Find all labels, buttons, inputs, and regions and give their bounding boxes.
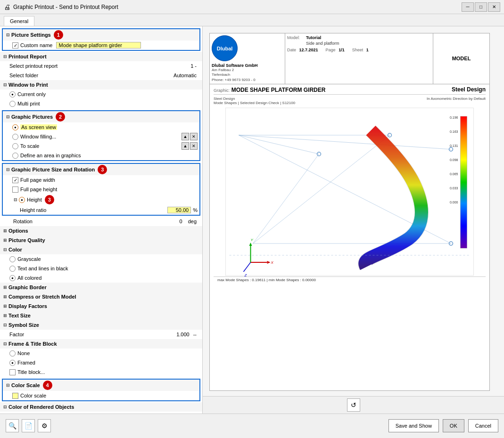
none-radio[interactable]	[9, 350, 16, 357]
section-window-print[interactable]: ⊟ Window to Print	[0, 80, 202, 89]
badge-2: 2	[56, 112, 65, 122]
tab-general[interactable]: General	[4, 16, 34, 26]
section-options[interactable]: ⊞ Options	[0, 226, 202, 235]
doc-graphic-section: Graphic: MODE SHAPE PLATFORM GIRDER Stee…	[210, 84, 489, 285]
title-block-checkbox[interactable]	[9, 369, 16, 375]
expand-icon-12[interactable]: ⊞	[2, 312, 8, 319]
page-label: Page	[326, 48, 336, 52]
select-folder-label: Select folder	[9, 73, 38, 78]
settings-button[interactable]: ⚙	[38, 419, 51, 432]
window-filling-btn2[interactable]: ✕	[190, 133, 198, 140]
document-preview: Dlubal Dlubal Software GmbH Am Fallbau 2…	[209, 33, 490, 391]
grayscale-radio[interactable]	[9, 256, 16, 262]
expand-icon-2[interactable]: ⊟	[2, 53, 8, 60]
full-page-width-label: Full page width	[20, 177, 55, 183]
section-size-rotation[interactable]: ⊟ Graphic Picture Size and Rotation 3	[3, 164, 199, 175]
height-expand[interactable]: ⊟	[12, 196, 19, 203]
section-compress[interactable]: ⊞ Compress or Stretch Model	[0, 292, 202, 301]
expand-icon-15[interactable]: ⊟	[5, 382, 11, 389]
expand-icon-11[interactable]: ⊞	[2, 303, 8, 309]
expand-icon-13[interactable]: ⊟	[2, 322, 8, 328]
expand-icon-6[interactable]: ⊞	[2, 227, 8, 234]
expand-icon-9[interactable]: ⊞	[2, 284, 8, 291]
height-radio[interactable]	[19, 197, 25, 203]
close-button[interactable]: ✕	[488, 2, 500, 12]
color-label: Color	[8, 247, 22, 252]
maximize-button[interactable]: □	[475, 2, 487, 12]
right-panel: Dlubal Dlubal Software GmbH Am Fallbau 2…	[203, 26, 504, 414]
section-symbol-size[interactable]: ⊟ Symbol Size	[0, 320, 202, 330]
expand-icon[interactable]: ⊟	[5, 32, 11, 38]
save-and-show-button[interactable]: Save and Show	[388, 419, 439, 432]
section-color[interactable]: ⊟ Color	[0, 245, 202, 254]
all-colored-label: All colored	[17, 275, 41, 281]
svg-text:0.000: 0.000	[450, 201, 458, 204]
svg-text:Y: Y	[251, 238, 254, 242]
expand-icon-16[interactable]: ⊟	[2, 404, 8, 410]
height-ratio-value[interactable]: 50.00	[167, 207, 191, 213]
current-only-radio[interactable]	[9, 91, 16, 97]
section-graphic-pictures[interactable]: ⊟ Graphic Pictures 2	[3, 111, 199, 122]
multi-print-row: Multi print	[8, 99, 202, 108]
define-area-radio[interactable]	[12, 153, 18, 159]
full-page-width-checkbox[interactable]	[12, 177, 18, 183]
doc-footer: max Mode Shapes : 0.19611 | min Mode Sha…	[214, 276, 486, 283]
full-page-height-checkbox[interactable]	[12, 187, 18, 193]
section-color-rendered[interactable]: ⊟ Color of Rendered Objects	[0, 402, 202, 412]
minimize-button[interactable]: ─	[462, 2, 474, 12]
custom-name-value[interactable]: Mode shape platform girder	[56, 42, 141, 49]
refresh-button[interactable]: ↺	[347, 398, 360, 412]
footer-text: max Mode Shapes : 0.19611 | min Mode Sha…	[217, 278, 316, 282]
select-report-row: Select printout report 1 -	[8, 61, 202, 71]
search-button[interactable]: 🔍	[6, 419, 19, 432]
section-color-scale[interactable]: ⊟ Color Scale 4	[3, 380, 199, 391]
ok-button[interactable]: OK	[443, 419, 464, 432]
page-area: Page 1/1	[326, 48, 345, 52]
section-picture-quality[interactable]: ⊞ Picture Quality	[0, 235, 202, 245]
graphic-title: MODE SHAPE PLATFORM GIRDER	[231, 87, 326, 93]
to-scale-btn2[interactable]: ✕	[190, 142, 198, 150]
custom-name-checkbox[interactable]	[12, 42, 18, 49]
color-panel-expand[interactable]: ⊟	[9, 413, 16, 414]
model-row: Model: Tutorial	[287, 35, 431, 40]
to-scale-radio[interactable]	[12, 143, 18, 149]
text-lines-radio[interactable]	[9, 266, 16, 272]
svg-text:0.065: 0.065	[450, 172, 458, 176]
expand-icon-7[interactable]: ⊞	[2, 237, 8, 243]
color-panel-checkbox[interactable]	[16, 414, 22, 414]
printout-report-label: Printout Report	[8, 54, 47, 59]
picture-settings-label: Picture Settings	[11, 32, 51, 38]
section-display-factors[interactable]: ⊞ Display Factors	[0, 301, 202, 311]
expand-icon-5[interactable]: ⊟	[5, 166, 11, 173]
expand-icon-10[interactable]: ⊞	[2, 293, 8, 300]
as-screen-view-label: As screen view	[20, 124, 57, 130]
to-scale-btn1[interactable]: ▲	[182, 142, 189, 150]
graphic-border-label: Graphic Border	[8, 284, 47, 290]
color-scale-icon	[12, 393, 18, 399]
expand-icon-14[interactable]: ⊟	[2, 341, 8, 347]
window-filling-btn1[interactable]: ▲	[182, 133, 189, 140]
sheet-area: Sheet 1	[352, 48, 369, 52]
color-scale-label: Color Scale	[11, 382, 40, 388]
svg-text:0.163: 0.163	[450, 130, 458, 133]
title-block-row: Title block...	[8, 367, 202, 377]
settings-scroll[interactable]: ⊟ Picture Settings 1 Custom name Mode sh…	[0, 26, 202, 414]
cancel-button[interactable]: Cancel	[468, 419, 498, 432]
section-printout-report[interactable]: ⊟ Printout Report	[0, 52, 202, 61]
sheet-value: 1	[366, 48, 369, 52]
subtitle-value: Side and platform	[306, 41, 339, 46]
expand-icon-8[interactable]: ⊟	[2, 246, 8, 253]
window-filling-radio[interactable]	[12, 134, 18, 140]
section-picture-settings[interactable]: ⊟ Picture Settings 1	[3, 29, 199, 41]
section-frame-title[interactable]: ⊟ Frame & Title Block	[0, 339, 202, 349]
info-button[interactable]: 📄	[22, 419, 35, 432]
multi-print-radio[interactable]	[9, 101, 16, 107]
as-screen-view-radio[interactable]	[12, 124, 18, 130]
all-colored-radio[interactable]	[9, 275, 16, 281]
expand-icon-3[interactable]: ⊟	[2, 81, 8, 88]
framed-radio[interactable]	[9, 360, 16, 366]
expand-icon-4[interactable]: ⊟	[5, 114, 11, 120]
section-graphic-border[interactable]: ⊞ Graphic Border	[0, 283, 202, 292]
section-text-size[interactable]: ⊞ Text Size	[0, 311, 202, 320]
bottom-right-buttons: Save and Show OK Cancel	[388, 419, 498, 432]
